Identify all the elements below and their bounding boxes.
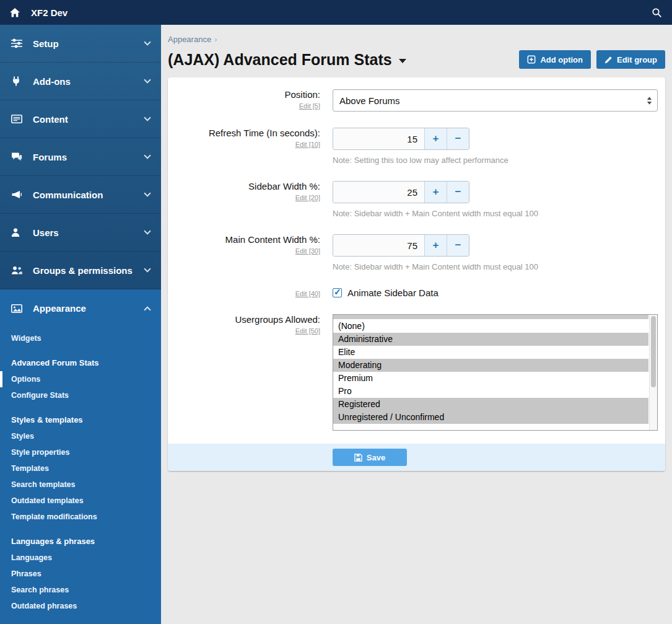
sidebar-width-edit-link[interactable]: Edit [20]: [168, 194, 320, 201]
add-option-button[interactable]: Add option: [519, 50, 591, 69]
scrollbar-thumb[interactable]: [651, 316, 656, 387]
submenu-item-search-phrases[interactable]: Search phrases: [0, 582, 161, 598]
multiselect-scrollbar[interactable]: [649, 315, 657, 430]
usergroup-option-elite[interactable]: Elite: [333, 346, 648, 359]
sidebar-item-label: Communication: [33, 190, 145, 200]
row-label-cell: Main Content Width %: Edit [30]: [168, 234, 333, 271]
position-select[interactable]: Above Forums: [333, 89, 658, 112]
main-content-width-label: Main Content Width %:: [168, 234, 320, 245]
appearance-submenu: Widgets Advanced Forum Stats Options Con…: [0, 327, 161, 614]
chevron-down-icon: [144, 190, 151, 196]
save-icon: [354, 454, 362, 462]
submenu-item-options[interactable]: Options: [0, 371, 161, 387]
refresh-time-number-input: 15 + −: [333, 128, 469, 150]
row-control-cell: 25 + − Note: Sidebar width + Main Conten…: [333, 181, 665, 218]
main-content-width-decrement-button[interactable]: −: [447, 235, 469, 256]
animate-sidebar-checkbox[interactable]: [333, 288, 342, 297]
refresh-time-label: Refresh Time (In seconds):: [168, 128, 320, 138]
row-label-cell: Edit [40]: [168, 288, 333, 298]
usergroup-option-pro[interactable]: Pro: [333, 385, 648, 398]
page-header: (AJAX) Advanced Forum Stats Add option E…: [168, 50, 665, 69]
row-control-cell: Above Forums: [333, 89, 665, 112]
refresh-time-increment-button[interactable]: +: [424, 128, 447, 149]
save-button[interactable]: Save: [333, 449, 407, 466]
usergroup-option-premium[interactable]: Premium: [333, 372, 648, 385]
sidebar-item-appearance[interactable]: Appearance: [0, 289, 161, 327]
submenu-item-phrases[interactable]: Phrases: [0, 566, 161, 582]
row-label-cell: Refresh Time (In seconds): Edit [10]: [168, 128, 333, 165]
bullhorn-icon: [11, 190, 25, 199]
animate-sidebar-edit-link[interactable]: Edit [40]: [168, 290, 320, 297]
submenu-item-style-properties[interactable]: Style properties: [0, 444, 161, 460]
row-label-cell: Position: Edit [5]: [168, 89, 333, 112]
submenu-item-widgets[interactable]: Widgets: [0, 330, 161, 346]
submenu-item-configure-stats[interactable]: Configure Stats: [0, 387, 161, 403]
submenu-item-outdated-phrases[interactable]: Outdated phrases: [0, 598, 161, 614]
sidebar-item-label: Appearance: [33, 303, 145, 314]
position-edit-link[interactable]: Edit [5]: [168, 102, 320, 110]
refresh-time-edit-link[interactable]: Edit [10]: [168, 141, 320, 148]
form-row-usergroups: Usergroups Allowed: Edit [50] (None) Adm…: [168, 306, 665, 439]
sidebar-top-group: Setup Add-ons Content: [0, 25, 161, 289]
submenu-item-search-templates[interactable]: Search templates: [0, 477, 161, 493]
sidebar-width-label: Sidebar Width %:: [168, 181, 320, 191]
sidebar-width-increment-button[interactable]: +: [424, 182, 447, 203]
row-label-cell: Sidebar Width %: Edit [20]: [168, 181, 333, 218]
usergroup-option-unregistered[interactable]: Unregistered / Unconfirmed: [333, 411, 648, 424]
pencil-icon: [604, 56, 613, 64]
chevron-down-icon: [144, 265, 151, 272]
sidebar-item-forums[interactable]: Forums: [0, 138, 161, 176]
submenu-item-languages[interactable]: Languages: [0, 550, 161, 566]
sidebar-item-users[interactable]: Users: [0, 214, 161, 252]
main-content-width-value[interactable]: 75: [333, 235, 424, 256]
sidebar-width-note: Note: Sidebar width + Main Content width…: [333, 209, 658, 218]
sidebar-width-value[interactable]: 25: [333, 182, 424, 203]
page-title-menu[interactable]: (AJAX) Advanced Forum Stats: [168, 51, 406, 69]
sidebar-item-label: Setup: [33, 38, 145, 49]
form-footer: Save: [168, 444, 665, 471]
usergroups-edit-link[interactable]: Edit [50]: [168, 327, 320, 335]
usergroup-option-administrative[interactable]: Administrative: [333, 333, 648, 346]
submenu-item-styles[interactable]: Styles: [0, 428, 161, 444]
user-icon: [11, 228, 25, 237]
usergroup-option-none[interactable]: (None): [333, 320, 648, 333]
sidebar-item-groups-permissions[interactable]: Groups & permissions: [0, 252, 161, 289]
search-icon[interactable]: [652, 7, 662, 18]
form-row-animate-sidebar: Edit [40] Animate Sidebar Data: [168, 279, 665, 306]
main-content-width-increment-button[interactable]: +: [424, 235, 447, 256]
chevron-down-icon: [144, 76, 151, 83]
home-icon[interactable]: [10, 8, 20, 17]
select-stepper-icon: [647, 96, 652, 105]
refresh-time-value[interactable]: 15: [333, 128, 424, 149]
sidebar-item-label: Add-ons: [33, 76, 145, 87]
form-row-main-content-width: Main Content Width %: Edit [30] 75 + − N…: [168, 226, 665, 279]
options-form: Position: Edit [5] Above Forums Refresh …: [168, 77, 665, 444]
sidebar-item-communication[interactable]: Communication: [0, 176, 161, 214]
edit-group-button[interactable]: Edit group: [596, 50, 665, 69]
form-row-position: Position: Edit [5] Above Forums: [168, 81, 665, 120]
app-title: XF2 Dev: [31, 7, 68, 18]
usergroup-option-registered[interactable]: Registered: [333, 398, 648, 411]
plus-square-icon: [527, 55, 536, 64]
animate-sidebar-label: Animate Sidebar Data: [347, 288, 439, 298]
image-icon: [11, 304, 25, 313]
header-buttons: Add option Edit group: [519, 50, 665, 69]
sidebar-item-addons[interactable]: Add-ons: [0, 63, 161, 100]
users-icon: [11, 266, 25, 275]
breadcrumb-appearance-link[interactable]: Appearance: [168, 35, 211, 44]
main-content-width-number-input: 75 + −: [333, 234, 469, 257]
submenu-item-templates[interactable]: Templates: [0, 460, 161, 477]
main-content-width-edit-link[interactable]: Edit [30]: [168, 247, 320, 255]
sidebar-width-decrement-button[interactable]: −: [447, 182, 469, 203]
sidebar-item-label: Forums: [33, 152, 145, 162]
sidebar-item-content[interactable]: Content: [0, 100, 161, 138]
row-label-cell: Usergroups Allowed: Edit [50]: [168, 314, 333, 431]
submenu-item-outdated-templates[interactable]: Outdated templates: [0, 493, 161, 509]
usergroup-option-moderating[interactable]: Moderating: [333, 359, 648, 372]
submenu-item-template-modifications[interactable]: Template modifications: [0, 509, 161, 525]
sliders-icon: [11, 38, 25, 48]
chevron-down-icon: [144, 227, 151, 234]
position-select-value: Above Forums: [339, 95, 400, 106]
sidebar-item-setup[interactable]: Setup: [0, 25, 161, 63]
refresh-time-decrement-button[interactable]: −: [447, 128, 469, 149]
